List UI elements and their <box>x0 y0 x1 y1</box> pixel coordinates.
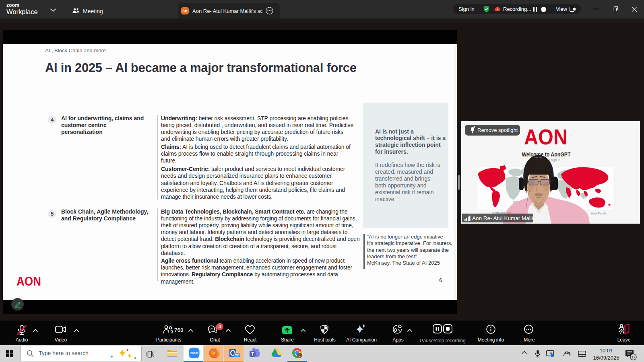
svg-text:12: 12 <box>631 355 636 359</box>
svg-text:Asia-Pacific: Asia-Pacific <box>591 212 607 215</box>
svg-text:zoom: zoom <box>190 351 198 355</box>
svg-text:T: T <box>251 352 254 356</box>
svg-text:AON: AON <box>17 276 41 286</box>
